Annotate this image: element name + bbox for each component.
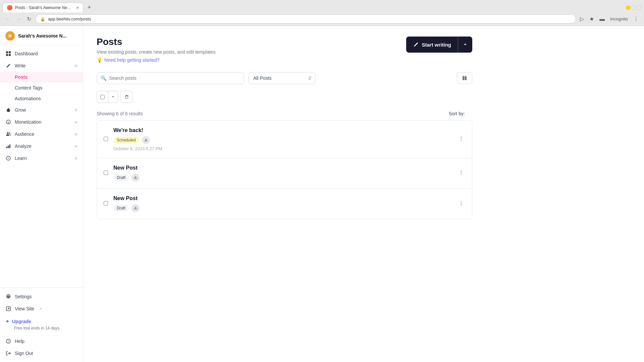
- upgrade-button[interactable]: ✦ Upgrade: [5, 319, 77, 324]
- sidebar-item-label: Settings: [15, 294, 32, 299]
- sidebar-item-label: Learn: [15, 156, 27, 161]
- new-tab-button[interactable]: +: [85, 3, 94, 12]
- sidebar-item-settings[interactable]: Settings: [0, 291, 83, 303]
- post-title: New Post: [113, 165, 452, 171]
- bulk-checkbox-input[interactable]: [100, 95, 105, 99]
- sidebar-item-sign-out[interactable]: Sign Out: [0, 347, 83, 359]
- post-meta: Draft: [113, 204, 452, 212]
- sidebar-item-dashboard[interactable]: Dashboard: [0, 48, 83, 60]
- sidebar-item-label: Write: [15, 63, 25, 68]
- table-row[interactable]: New Post Draft: [97, 189, 472, 219]
- bulk-checkbox[interactable]: [97, 91, 108, 103]
- sort-label: Sort by:: [449, 111, 465, 116]
- content-area: Posts View existing posts, create new po…: [83, 26, 486, 230]
- post-content-1: We're back! Scheduled October 8, 2023 6:…: [113, 127, 452, 151]
- post-content-2: New Post Draft: [113, 165, 452, 182]
- extensions-button[interactable]: ▬: [598, 15, 606, 23]
- delete-button[interactable]: [121, 91, 133, 103]
- forward-button[interactable]: →: [15, 15, 23, 23]
- sidebar-item-automations[interactable]: Automations: [0, 93, 83, 104]
- svg-rect-11: [9, 144, 10, 148]
- chevron-up-icon: ∧: [74, 63, 77, 68]
- sidebar-item-label: Automations: [15, 96, 41, 101]
- sidebar-item-help[interactable]: ? Help: [0, 335, 83, 347]
- post-checkbox-1[interactable]: [104, 136, 108, 142]
- sidebar-item-learn[interactable]: Learn ∨: [0, 152, 83, 164]
- search-input[interactable]: [97, 72, 244, 84]
- url-bar[interactable]: 🔒 app.beehiiv.com/posts: [35, 14, 576, 23]
- active-tab[interactable]: Posts - Sarah's Awesome Newsl... ×: [3, 3, 83, 12]
- table-row[interactable]: We're back! Scheduled October 8, 2023 6:…: [97, 121, 472, 158]
- status-badge: Draft: [113, 174, 129, 181]
- posts-list: We're back! Scheduled October 8, 2023 6:…: [97, 120, 472, 219]
- upgrade-icon: ✦: [5, 319, 9, 324]
- sidebar-item-grow[interactable]: Grow ∨: [0, 104, 83, 116]
- svg-point-27: [461, 138, 462, 139]
- help-link[interactable]: 💡 Need help getting started?: [97, 57, 216, 63]
- author-avatar: [142, 136, 150, 144]
- svg-point-30: [461, 171, 462, 172]
- minimize-button[interactable]: [626, 5, 631, 10]
- showing-results-text: Showing 6 of 6 results: [97, 111, 143, 116]
- sidebar-item-audience[interactable]: Audience ∨: [0, 128, 83, 140]
- sidebar-item-analyze[interactable]: Analyze ∨: [0, 140, 83, 152]
- settings-icon: [5, 294, 11, 300]
- sidebar-item-view-site[interactable]: View Site ➚: [0, 303, 83, 315]
- post-menu-button[interactable]: [457, 169, 465, 178]
- post-checkbox-input[interactable]: [104, 201, 108, 205]
- post-menu-button[interactable]: [457, 135, 465, 144]
- post-content-3: New Post Draft: [113, 195, 452, 212]
- help-icon: ?: [5, 338, 11, 344]
- columns-button[interactable]: [457, 72, 472, 84]
- tab-close-button[interactable]: ×: [76, 5, 79, 10]
- sidebar: Sarah's Awesome N... Dashboard Write ∧ P…: [0, 26, 83, 362]
- toolbar-row: [97, 91, 472, 103]
- view-icon: [5, 306, 11, 312]
- bookmark-button[interactable]: ★: [588, 14, 595, 23]
- back-button[interactable]: ←: [4, 15, 12, 23]
- sidebar-item-content-tags[interactable]: Content Tags: [0, 82, 83, 93]
- signout-icon: [5, 350, 11, 356]
- search-icon: 🔍: [101, 75, 106, 81]
- start-writing-dropdown-arrow[interactable]: [458, 37, 472, 53]
- close-button[interactable]: [637, 5, 641, 10]
- user-icon: [133, 176, 138, 180]
- status-badge: Draft: [113, 205, 129, 212]
- trial-text: Free trial ends in 14 days.: [5, 325, 77, 331]
- svg-rect-23: [466, 76, 466, 80]
- sidebar-item-write[interactable]: Write ∧: [0, 60, 83, 72]
- sort-button[interactable]: Sort by:: [449, 111, 472, 116]
- menu-button[interactable]: ⋮: [632, 14, 640, 23]
- window-controls: [626, 5, 641, 10]
- svg-text:$: $: [8, 121, 9, 124]
- svg-text:?: ?: [7, 340, 9, 343]
- post-checkbox-2[interactable]: [104, 170, 108, 176]
- post-checkbox-input[interactable]: [104, 171, 108, 175]
- grid-icon: [5, 51, 11, 57]
- svg-point-29: [135, 176, 137, 178]
- bulk-select-control: [97, 91, 118, 103]
- maximize-button[interactable]: [631, 5, 636, 10]
- reload-button[interactable]: ↻: [25, 14, 33, 23]
- sidebar-logo: [5, 31, 15, 41]
- pen-icon: [5, 63, 11, 69]
- sidebar-item-monetization[interactable]: $ Monetization ∨: [0, 116, 83, 128]
- user-icon: [144, 138, 148, 142]
- post-menu-button[interactable]: [457, 199, 465, 208]
- sidebar-brand-name: Sarah's Awesome N...: [18, 33, 66, 39]
- bulk-select-dropdown[interactable]: [108, 91, 118, 103]
- svg-point-36: [461, 204, 462, 205]
- posts-filter-select[interactable]: All Posts Published Draft Scheduled Arch…: [248, 72, 315, 84]
- post-checkbox-3[interactable]: [104, 201, 108, 207]
- post-checkbox-input[interactable]: [104, 137, 108, 141]
- grow-icon: [5, 107, 11, 113]
- tab-bar: Posts - Sarah's Awesome Newsl... × +: [0, 0, 644, 12]
- chevron-down-icon: [463, 42, 468, 47]
- cast-button[interactable]: ▷: [579, 14, 585, 23]
- sidebar-item-posts[interactable]: Posts: [0, 72, 83, 82]
- app-container: Sarah's Awesome N... Dashboard Write ∧ P…: [0, 26, 644, 362]
- post-meta: Draft: [113, 174, 452, 182]
- columns-icon: [462, 75, 467, 81]
- start-writing-button[interactable]: Start writing: [406, 37, 472, 53]
- table-row[interactable]: New Post Draft: [97, 158, 472, 189]
